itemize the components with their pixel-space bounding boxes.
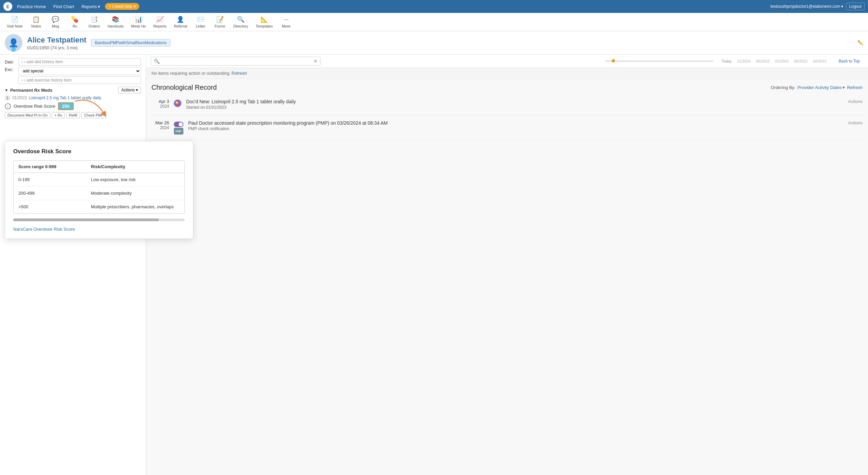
record-entry: Apr 3 2024 💊 Doc'd New: Lisinopril 2.5 m…	[151, 94, 863, 116]
patient-name: Alice Testpatient	[27, 36, 86, 45]
pill-icon: 💊	[174, 100, 181, 107]
toolbar-orders[interactable]: 📑 Orders	[85, 14, 104, 30]
referral-icon: 👤	[177, 16, 184, 23]
visit-note-icon: 📄	[11, 16, 18, 23]
range-2: 200-499	[18, 191, 91, 196]
rx-icon: 💊	[71, 16, 78, 23]
med-number: 1	[5, 95, 10, 100]
risk-3: Multiple prescribers, pharmacies, overla…	[91, 204, 180, 209]
user-menu[interactable]: testsouthpmpdoctor1@elationemr.com ▾	[771, 4, 844, 9]
toolbar-forms[interactable]: 📝 Forms	[211, 14, 229, 30]
toolbar-directory[interactable]: 🔍 Directory	[230, 14, 252, 30]
left-panel: Diet: › › add diet history item Exc: add…	[0, 55, 146, 475]
record-icon: PMP	[174, 121, 183, 135]
orders-icon: 📑	[90, 16, 98, 23]
add-rx-button[interactable]: + Rx	[52, 112, 65, 118]
toolbar-reports[interactable]: 📈 Reports	[150, 14, 170, 30]
timeline-date-3: 01/2023	[775, 59, 789, 63]
record-actions[interactable]: Actions	[848, 120, 863, 125]
actions-button[interactable]: Actions ▾	[118, 87, 141, 93]
reports-icon: 📈	[156, 16, 164, 23]
collapse-icon[interactable]: ▼	[5, 88, 8, 92]
top-nav-right: testsouthpmpdoctor1@elationemr.com ▾ Log…	[771, 3, 865, 10]
help-icon: ?	[108, 4, 111, 9]
popup-table: Score range 0-999 Risk/Complexity 0-199 …	[13, 160, 185, 214]
mini-buttons-row: Document Med Pt In On + Rx Refill Check …	[5, 112, 141, 118]
exercise-row: Exc: add special › › add exercise histor…	[5, 67, 141, 84]
ordering-value[interactable]: Provider Activity Dates ▾	[797, 85, 845, 90]
toolbar-meds-hx[interactable]: 📊 Meds Hx	[128, 14, 149, 30]
clear-icon[interactable]: ✕	[313, 58, 318, 64]
letter-icon: ✉️	[197, 16, 204, 23]
chevron-right-icon: ›	[21, 78, 23, 83]
nav-practice-home[interactable]: Practice Home	[14, 3, 49, 11]
risk-score-label: Overdose Risk Score	[14, 104, 55, 109]
search-input[interactable]	[162, 59, 311, 64]
ordering-row: Ordering By: Provider Activity Dates ▾ R…	[771, 85, 863, 90]
nav-find-chart[interactable]: Find Chart	[51, 3, 77, 11]
no-items-bar: No items requiring action or outstanding…	[146, 68, 868, 79]
ordering-refresh[interactable]: Refresh	[847, 85, 863, 90]
logout-button[interactable]: Logout	[846, 3, 865, 10]
med-link[interactable]: Lisinopril 2.5 mg Tab 1 tablet orally da…	[29, 95, 102, 100]
patient-tag[interactable]: BambooPMPwithSmallNumMedications	[91, 39, 170, 47]
search-bar-row: 🔍 ✕ Today 11/2023 06/2023 01/2023 08/202…	[146, 55, 868, 68]
patient-dob: 01/01/1950 (74 yrs, 3 mo)	[27, 45, 86, 50]
overdose-popup: Overdose Risk Score Score range 0-999 Ri…	[5, 141, 193, 239]
toolbar-templates[interactable]: 📐 Templates	[252, 14, 276, 30]
table-row: >500 Multiple prescribers, pharmacies, o…	[14, 200, 184, 213]
risk-score-badge[interactable]: 250	[58, 102, 74, 110]
diet-placeholder: › add diet history item	[24, 59, 63, 64]
record-sub-text: Started on 01/01/2023	[186, 105, 843, 110]
range-3: >500	[18, 204, 91, 209]
refill-button[interactable]: Refill	[66, 112, 80, 118]
record-entry: Mar 26 2024 PMP Paul Doctor accessed sta…	[151, 116, 863, 140]
notes-icon: 📋	[32, 16, 40, 23]
timeline-today: Today	[722, 59, 731, 63]
toolbar-referral[interactable]: 👤 Referral	[170, 14, 191, 30]
timeline-date-1: 11/2023	[737, 59, 751, 63]
exercise-history-input[interactable]: › › add exercise history item	[18, 76, 141, 84]
table-row: 200-499 Moderate complexity	[14, 187, 184, 200]
exercise-label: Exc:	[5, 67, 16, 72]
more-icon: ···	[284, 16, 289, 23]
back-to-top-link[interactable]: Back to Top	[839, 59, 860, 64]
forms-icon: 📝	[216, 16, 224, 23]
record-main-text: Paul Doctor accessed state prescription …	[188, 120, 843, 126]
exercise-select[interactable]: add special	[18, 67, 141, 75]
narxcare-link[interactable]: NarxCare Overdose Risk Score	[13, 227, 75, 232]
edit-icon[interactable]: ✏️	[857, 40, 863, 46]
right-panel: 🔍 ✕ Today 11/2023 06/2023 01/2023 08/202…	[146, 55, 868, 475]
toolbar-notes[interactable]: 📋 Notes	[27, 14, 46, 30]
diet-input[interactable]: › › add diet history item	[18, 58, 141, 66]
document-med-button[interactable]: Document Med Pt In On	[5, 112, 50, 118]
record-main-text: Doc'd New: Lisinopril 2.5 mg Tab 1 table…	[186, 99, 843, 104]
toolbar-rx[interactable]: 💊 Rx	[66, 14, 84, 30]
chron-title: Chronological Record	[151, 84, 217, 91]
risk-1: Low exposure, low risk	[91, 177, 180, 182]
popup-table-header: Score range 0-999 Risk/Complexity	[14, 161, 184, 173]
popup-scrollbar[interactable]	[13, 218, 185, 221]
chron-record-header: Chronological Record Ordering By: Provid…	[146, 79, 868, 94]
toolbar-handouts[interactable]: 📚 Handouts	[104, 14, 127, 30]
refresh-link[interactable]: Refresh	[232, 71, 247, 76]
search-icon: 🔍	[154, 58, 160, 64]
check-pmp-button[interactable]: Check PMP	[81, 112, 106, 118]
toolbar-visit-note[interactable]: 📄 Visit Note	[3, 14, 26, 30]
col2-header: Risk/Complexity	[91, 164, 180, 169]
pmp-icon: PMP	[174, 128, 183, 135]
avatar: 👤 🌐	[5, 34, 22, 52]
record-actions[interactable]: Actions	[848, 99, 863, 104]
help-button[interactable]: ? I need help ▾	[105, 3, 139, 10]
popup-title: Overdose Risk Score	[13, 148, 185, 155]
toolbar-letter[interactable]: ✉️ Letter	[191, 14, 210, 30]
patient-avatar-icon: 👤	[8, 38, 19, 48]
info-icon[interactable]: i	[5, 103, 11, 109]
record-icon: 💊	[174, 100, 181, 107]
toolbar-more[interactable]: ··· More	[277, 15, 295, 30]
search-input-wrap[interactable]: 🔍 ✕	[151, 57, 321, 66]
timeline: Today 11/2023 06/2023 01/2023 08/2022 04…	[323, 59, 863, 64]
nav-reports[interactable]: Reports ▾	[79, 3, 103, 11]
toolbar-msg[interactable]: 💬 Msg	[46, 14, 65, 30]
timeline-bar	[605, 59, 713, 63]
